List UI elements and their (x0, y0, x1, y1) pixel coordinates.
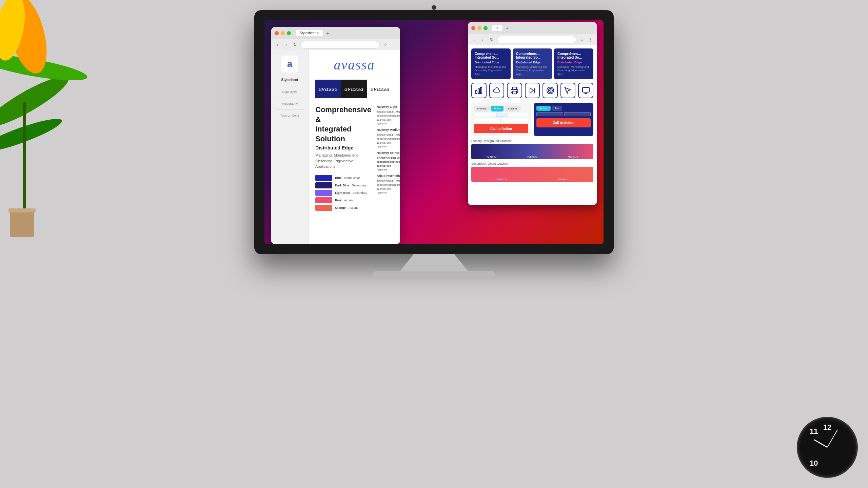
raleway-extrabold-sample: ABCDEFGHIJKLMNOPQRSTUVWXYZabcdefghijklmn… (377, 156, 400, 171)
raleway-medium: Raleway Medium ABCDEFGHIJKLMNOPQRSTUVWXY… (377, 128, 400, 148)
dark-mini-input-2[interactable] (564, 112, 591, 116)
forward-button-1[interactable]: › (283, 41, 290, 48)
browser-nav-1: ‹ › ↻ ☆ ⋮ (271, 39, 400, 50)
light-btn-row: Primary Active Inactive (474, 106, 528, 111)
dark-active-btn[interactable]: Active (536, 106, 551, 111)
card-1-title: Comprehens...Integrated So... (475, 52, 507, 59)
main-left-col: Comprehensive & Integrated Solution Dist… (315, 105, 371, 215)
url-bar-1[interactable] (300, 41, 380, 48)
logo-variant-dark-blue: avassa (315, 80, 341, 98)
refresh-button-1[interactable]: ↻ (292, 41, 298, 48)
raleway-light-sample: ABCDEFGHIJKLMNOPQRSTUVWXYZabcdefghijklmn… (377, 110, 400, 125)
card-1-body: Managing, Monitoring andObserving Edge-n… (475, 65, 507, 76)
sidebar-logo[interactable]: a (281, 56, 298, 73)
cta-button-light[interactable]: Call to Action (474, 124, 528, 133)
logo-variant-white: avassa (367, 80, 393, 98)
sidebar-divider-1 (275, 86, 304, 86)
typography-col: Raleway Light ABCDEFGHIJKLMNOPQRSTUVWXYZ… (377, 105, 400, 215)
new-tab-button-1[interactable]: + (325, 30, 331, 36)
card-3-body: Managing, Monitoring andObserving Edge-n… (557, 65, 590, 76)
clock-hour-hand (814, 439, 827, 448)
cursor-icon (560, 83, 576, 98)
swatch-orange (315, 205, 332, 211)
input-row-2 (474, 118, 528, 122)
inactive-btn[interactable]: Inactive (505, 106, 520, 111)
color-swatch-pink: Pink Accent (315, 197, 371, 203)
refresh-button-2[interactable]: ↻ (488, 36, 495, 43)
raleway-light: Raleway Light ABCDEFGHIJKLMNOPQRSTUVWXYZ… (377, 105, 400, 125)
card-1-subtitle: Distributed Edge (475, 61, 507, 64)
color-swatches: Blue Brand color Dark Blue Secondary (315, 175, 371, 211)
bookmark-button-1[interactable]: ☆ (382, 41, 389, 48)
secondary-seg-1: #EE4C72 (471, 167, 532, 182)
more-button-1[interactable]: ⋮ (391, 41, 397, 48)
secondary-gradient-section: Secondary Accent Gradient #EE4C72 #F0635… (471, 162, 593, 182)
primary-btn[interactable]: Primary (474, 106, 490, 111)
icons-row (471, 83, 593, 98)
tab-label-1: Stylesheet (300, 31, 316, 35)
skip-forward-icon (525, 83, 540, 98)
main-content-area: avassa avassa avassa avassa (309, 50, 400, 244)
color-swatch-light-blue: Light Blue Secondary (315, 190, 371, 196)
browser-tab-1[interactable]: Stylesheet × (296, 30, 323, 36)
monitor-stand (400, 254, 468, 271)
more-button-2[interactable]: ⋮ (587, 36, 594, 43)
tab-label-2: × (496, 26, 498, 30)
browser-tab-2[interactable]: × (492, 25, 502, 31)
input-row-1 (474, 113, 528, 117)
back-button-2[interactable]: ‹ (471, 36, 477, 43)
dark-ui-panel: Active Tab Call to Action (534, 103, 593, 136)
svg-point-16 (550, 90, 551, 91)
primary-seg-3: #EE4C72 (553, 144, 593, 159)
dark-mini-input-1[interactable] (536, 112, 563, 116)
minimize-button[interactable] (281, 31, 285, 35)
stylesheet-content: a Stylesheet Logo styles Typography Type… (271, 50, 400, 244)
close-button[interactable] (275, 31, 279, 35)
mini-input-4[interactable] (474, 118, 501, 122)
back-button-1[interactable]: ‹ (274, 41, 281, 48)
mini-input-2[interactable] (496, 113, 506, 117)
svg-rect-10 (480, 87, 482, 94)
active-btn[interactable]: Active (491, 106, 504, 111)
browser-chrome-1: Stylesheet × + (271, 27, 400, 39)
monitor-body: Stylesheet × + ‹ › ↻ ☆ ⋮ (254, 10, 614, 254)
secondary-seg-2: #F06353 (532, 167, 593, 182)
bar-chart-icon (471, 83, 487, 98)
mini-input-1[interactable] (474, 113, 495, 117)
maximize-button[interactable] (287, 31, 291, 35)
swatch-blue (315, 175, 332, 181)
maximize-button-2[interactable] (484, 26, 488, 30)
forward-button-2[interactable]: › (479, 36, 486, 43)
logo-variant-black: avassa (341, 80, 367, 98)
primary-gradient-label: Primary Background Gradient (471, 139, 593, 143)
ui-elements-section: Primary Active Inactive (471, 103, 593, 136)
dark-tab-btn[interactable]: Tab (552, 106, 562, 111)
sidebar-type-on-color[interactable]: Type on Color (280, 114, 299, 117)
mini-input-5[interactable] (502, 118, 529, 122)
brand-panel: Comprehens...Integrated So... Distribute… (468, 45, 597, 205)
monitor-icon (578, 83, 593, 98)
card-3-subtitle: Distributed Edge (557, 61, 590, 64)
sidebar-stylesheet-label[interactable]: Stylesheet (281, 78, 298, 82)
main-body-text: Managing, Monitoring andObserving Edge-n… (315, 152, 371, 169)
print-icon (507, 83, 522, 98)
browser-nav-2: ‹ › ↻ ☆ ⋮ (468, 34, 597, 45)
url-bar-2[interactable] (497, 36, 576, 43)
sidebar-typography[interactable]: Typography (282, 102, 298, 105)
sidebar-logo-styles[interactable]: Logo styles (282, 90, 298, 94)
color-swatch-dark-blue: Dark Blue Secondary (315, 182, 371, 188)
close-button-2[interactable] (471, 26, 475, 30)
minimize-button-2[interactable] (477, 26, 481, 30)
cta-button-dark[interactable]: Call to Action (536, 118, 591, 127)
swatch-light-blue (315, 190, 332, 196)
main-two-col: Comprehensive & Integrated Solution Dist… (315, 105, 393, 215)
mini-input-3[interactable] (507, 113, 528, 117)
cloud-icon (489, 83, 505, 98)
new-tab-button-2[interactable]: + (505, 25, 510, 31)
bookmark-button-2[interactable]: ☆ (578, 36, 585, 43)
clock-number-11: 11 (810, 427, 818, 436)
webcam (432, 5, 436, 10)
tab-close-1[interactable]: × (317, 31, 319, 35)
svg-point-15 (548, 88, 552, 93)
card-2-title: Comprehens...Integrated So... (516, 52, 549, 59)
